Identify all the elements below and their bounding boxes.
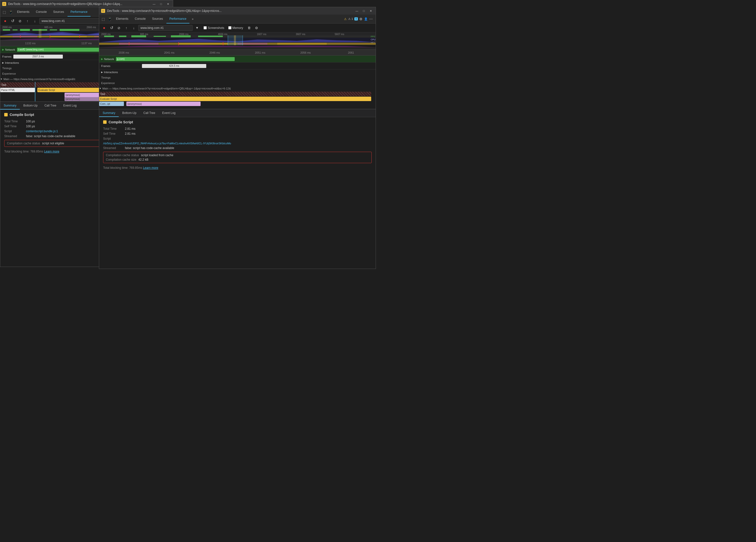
w2-cache-status-label: Compilation cache status — [106, 154, 139, 157]
record-button2[interactable]: ● — [101, 25, 107, 31]
window2-frames-row: Frames 424.5 ms — [99, 63, 376, 69]
memory-checkbox[interactable] — [228, 26, 231, 29]
screenshots-checkbox-group: Screenshots — [204, 26, 224, 30]
gear-icon[interactable]: ⚙ — [359, 17, 363, 21]
bottom-tab-eventlog[interactable]: Event Log — [60, 102, 80, 110]
w2-interactions-label: Interactions — [104, 71, 118, 74]
tab-elements[interactable]: Elements — [14, 8, 32, 17]
bottom-tab-bottomup[interactable]: Bottom-Up — [20, 102, 41, 110]
tab2-elements[interactable]: Elements — [113, 15, 131, 23]
download-button2[interactable]: ↓ — [131, 25, 137, 31]
svg-rect-38 — [223, 42, 223, 46]
upload-button2[interactable]: ↑ — [123, 25, 129, 31]
w2-bottom-tab-summary[interactable]: Summary — [99, 109, 119, 117]
window2-controls: — □ ✕ — [354, 9, 374, 13]
self-time-label: Self Time — [4, 125, 24, 128]
ts-2000: 2000 ms — [2, 26, 45, 29]
svg-rect-26 — [154, 36, 166, 37]
w2-cache-size-value: 42.2 kB — [138, 158, 148, 161]
warning-count: ⚠ 1 — [348, 17, 353, 21]
window2-summary-title: Compile Script — [103, 120, 372, 124]
close-button2[interactable]: ✕ — [368, 9, 374, 13]
screenshots-label: Screenshots — [208, 26, 224, 30]
tab2-performance[interactable]: Performance — [166, 15, 189, 23]
parse-html-bar: Parse HTML — [0, 88, 35, 92]
stop-button[interactable]: ⊘ — [17, 18, 23, 24]
script-link[interactable]: contentscript.bundle.js:1 — [26, 130, 58, 133]
device-icon2[interactable]: 📱 — [107, 16, 113, 22]
close-button[interactable]: ✕ — [165, 2, 171, 6]
main-label: Main — https://www.bing.com/search?q=mic… — [3, 78, 75, 81]
svg-rect-37 — [178, 42, 179, 46]
tab-console[interactable]: Console — [33, 8, 50, 17]
window2-title: DevTools - www.bing.com/search?q=microso… — [107, 9, 352, 13]
memory-label: Memory — [232, 26, 243, 30]
w2-self-time-label: Self Time — [103, 132, 123, 136]
more-icon[interactable]: ⋯ — [369, 17, 373, 21]
svg-rect-2 — [13, 29, 18, 30]
svg-rect-28 — [198, 36, 223, 37]
dropdown-button2[interactable]: ▼ — [194, 25, 200, 31]
gear-button2[interactable]: ⚙ — [253, 25, 259, 31]
window2-overview-chart: FPS CPU NFT — [99, 35, 376, 50]
svg-text:CPU: CPU — [371, 38, 375, 41]
w2-bottom-tab-bottomup[interactable]: Bottom-Up — [119, 109, 140, 117]
window2-interactions[interactable]: Interactions — [99, 69, 376, 75]
timings-label: Timings — [2, 67, 12, 70]
reload-button[interactable]: ↺ — [10, 18, 16, 24]
experience-label: Experience — [2, 72, 16, 75]
task-bar: Task — [0, 82, 114, 87]
minimize-button2[interactable]: — — [354, 9, 360, 13]
tab2-more[interactable]: » — [190, 16, 196, 22]
svg-rect-23 — [104, 36, 114, 37]
tab2-sources[interactable]: Sources — [149, 15, 166, 23]
person-icon[interactable]: 👤 — [364, 17, 368, 21]
device-icon[interactable]: 📱 — [8, 9, 14, 15]
maximize-button2[interactable]: □ — [361, 9, 367, 13]
memory-checkbox-group: Memory — [228, 26, 243, 30]
stop-button2[interactable]: ⊘ — [116, 25, 122, 31]
window2-experience[interactable]: Experience — [99, 80, 376, 86]
cache-status-value: script not eligible — [42, 142, 64, 145]
w2-bottom-tab-calltree[interactable]: Call Tree — [140, 109, 159, 117]
learn-more-link[interactable]: Learn more — [44, 150, 59, 153]
network-bar: t.woff2 (www.bing.com) — [17, 48, 101, 52]
window2-address-row: ● ↺ ⊘ ↑ ↓ ▼ Screenshots Memory 🗑 ⚙ — [99, 23, 376, 32]
trash-button2[interactable]: 🗑 — [246, 25, 252, 31]
upload-button[interactable]: ↑ — [24, 18, 30, 24]
window2-main[interactable]: ▼ Main — https://www.bing.com/search?q=m… — [99, 86, 376, 91]
w2-task-bar: Task — [99, 92, 371, 96]
download-button[interactable]: ↓ — [32, 18, 38, 24]
total-time-label: Total Time — [4, 120, 24, 123]
w2-frames-content: 424.5 ms — [112, 64, 374, 69]
maximize-button[interactable]: □ — [158, 2, 164, 6]
reload-button2[interactable]: ↺ — [109, 25, 115, 31]
w2-learn-more-link[interactable]: Learn more — [143, 166, 158, 170]
tab2-console[interactable]: Console — [132, 15, 149, 23]
record-button[interactable]: ● — [2, 18, 8, 24]
cursor-icon[interactable]: ⬚ — [1, 9, 7, 15]
svg-rect-27 — [171, 35, 191, 37]
svg-text:NFT: NFT — [371, 41, 375, 44]
cursor-icon2[interactable]: ⬚ — [100, 16, 106, 22]
w2-summary-title-text: Compile Script — [109, 120, 133, 124]
cache-status-label: Compilation cache status — [7, 142, 40, 145]
window2-blocking: Total blocking time: 769.85ms Learn more — [103, 166, 372, 170]
svg-rect-5 — [50, 29, 57, 30]
bottom-tab-summary[interactable]: Summary — [0, 102, 20, 110]
w2-ruler-t6: 2061 — [328, 51, 374, 54]
bottom-tab-calltree[interactable]: Call Tree — [41, 102, 60, 110]
blocking-text: Total blocking time: 769.85ms — [4, 150, 43, 153]
window2-timings[interactable]: Timings — [99, 75, 376, 80]
w2-script-link[interactable]: /rb/5i/cj.nj/swZZm4mmIUDPO_fW4Fr4vlvuxLo… — [103, 142, 231, 145]
screenshots-checkbox[interactable] — [204, 26, 207, 29]
window2-bottom-tabs: Summary Bottom-Up Call Tree Event Log — [99, 109, 376, 117]
url-input2[interactable] — [138, 25, 193, 31]
tab-performance[interactable]: Performance — [68, 8, 91, 17]
window2-titlebar: D DevTools - www.bing.com/search?q=micro… — [99, 7, 376, 15]
w2-bottom-tab-eventlog[interactable]: Event Log — [159, 109, 179, 117]
minimize-button[interactable]: — — [151, 2, 157, 6]
w2-evaluate-script-bar: Evaluate Script — [99, 97, 371, 101]
summary-title-text: Compile Script — [10, 113, 34, 117]
tab-sources[interactable]: Sources — [50, 8, 67, 17]
